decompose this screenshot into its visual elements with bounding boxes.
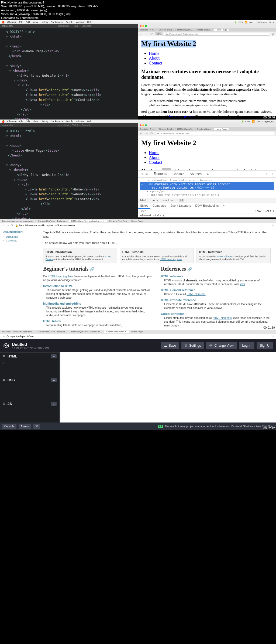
browser-tabs: Brackets - A m... Chrome DevT... HTML: H… bbox=[138, 28, 276, 32]
nav-contact-link[interactable]: Contact bbox=[149, 61, 162, 65]
chevron-down-icon[interactable]: ⌄ bbox=[51, 402, 57, 406]
section-h2: Maximas vero virtutes iacere omnis neces… bbox=[141, 69, 273, 80]
devtools-panel: ⬚ ▭ | Elements Console Sources » ⋮ ✕ <!-… bbox=[138, 170, 276, 217]
change-view-button[interactable]: 👁Change View bbox=[206, 342, 237, 349]
lock-icon: 🔒 bbox=[15, 224, 18, 227]
frame-4-codepen: Brackets - A modern, open sou... Chrome … bbox=[0, 330, 276, 430]
back-icon[interactable]: ← bbox=[2, 335, 6, 338]
nav-about-link[interactable]: About bbox=[149, 56, 160, 60]
forward-icon[interactable]: → bbox=[6, 224, 10, 227]
timestamp: 00:00:46 bbox=[263, 116, 275, 119]
anchor-icon[interactable]: 🔗 bbox=[187, 267, 192, 271]
gear-icon[interactable]: ⚙ bbox=[3, 355, 5, 358]
js-editor[interactable] bbox=[0, 407, 59, 422]
url-input[interactable]: file:///Users/mac/HTML/index.html bbox=[164, 33, 270, 36]
forward-icon[interactable]: → bbox=[144, 32, 149, 36]
panel-js-header[interactable]: ⚙JS⌄ bbox=[0, 400, 59, 407]
inspect-icon[interactable]: ⬚ bbox=[139, 172, 144, 176]
card-intro: HTML Introduction If you're new to Web d… bbox=[43, 248, 117, 263]
url-input[interactable] bbox=[19, 224, 272, 227]
browser-content: My first Website 2 Home About Contact Ma… bbox=[138, 36, 276, 116]
frame-1: 🍎 Chrome File Edit View History Bookmark… bbox=[0, 20, 276, 120]
star-icon[interactable]: ☆ bbox=[272, 335, 274, 338]
close-tab-icon[interactable]: ✕ bbox=[103, 220, 105, 222]
anchor-icon[interactable]: 🔗 bbox=[90, 267, 94, 271]
tab-console[interactable]: Console bbox=[170, 171, 187, 177]
panel-css-header[interactable]: ⚙CSS⌄ bbox=[0, 376, 59, 384]
device-icon[interactable]: ▭ bbox=[144, 172, 149, 176]
page-h1: My first Website 2 bbox=[141, 40, 273, 48]
gear-icon: ⚙ bbox=[185, 344, 188, 347]
back-icon[interactable]: ← bbox=[139, 32, 143, 36]
ad-text[interactable]: The revolutionary project management too… bbox=[165, 425, 274, 428]
assets-button[interactable]: Assets bbox=[19, 424, 31, 429]
chevron-down-icon[interactable]: ⌄ bbox=[51, 378, 57, 382]
sidebar-item[interactable]: Contribute bbox=[3, 239, 43, 243]
kebab-icon[interactable]: ⋮ bbox=[264, 172, 270, 176]
elements-tree[interactable]: <!--Content Area add content here--> ⋯ <… bbox=[138, 178, 276, 198]
sidebar-item[interactable]: Useful lists bbox=[3, 235, 43, 239]
codepen-editors: ⚙HTML⌄ + ⚙CSS⌄ ⚙JS⌄ bbox=[0, 352, 59, 422]
reload-icon[interactable]: ⟳ bbox=[6, 335, 10, 338]
codepen-footer: Console Assets ⌘ Ad The revolutionary pr… bbox=[0, 422, 276, 430]
gear-icon[interactable]: ⚙ bbox=[3, 378, 5, 382]
cloud-icon: ☁ bbox=[164, 344, 167, 347]
codepen-preview bbox=[59, 352, 276, 422]
breadcrumb[interactable]: html body section h1 bbox=[138, 198, 276, 203]
frame-3-mdn: Brackets - A modern, open sou... Chrome … bbox=[0, 219, 276, 329]
chevron-down-icon[interactable]: ⌄ bbox=[51, 354, 57, 358]
reload-icon[interactable]: ⟳ bbox=[10, 224, 14, 227]
shortcuts-button[interactable]: ⌘ bbox=[33, 424, 40, 429]
browser-toolbar: ← → ⟳ ⓘ File file:///Users/mac/HTML/inde… bbox=[138, 32, 276, 36]
eye-icon: 👁 bbox=[209, 344, 213, 347]
url-input[interactable]: file:///Users/mac/HTML/index.html bbox=[155, 132, 275, 135]
card-tutorials: HTML Tutorials For articles about how to… bbox=[120, 248, 194, 263]
signup-button[interactable]: Sign U bbox=[257, 342, 273, 349]
star-icon[interactable]: ☆ bbox=[271, 32, 275, 37]
pen-author: A PEN BY CAPTAIN ANONYMOUS bbox=[12, 347, 50, 349]
url-input[interactable] bbox=[10, 335, 272, 338]
save-button[interactable]: ☁Save bbox=[161, 342, 179, 349]
code-editor-2[interactable]: <!DOCTYPE html> ▼ <html> ▼ <head> <title… bbox=[0, 127, 138, 219]
mac-menubar: 🍎 Chrome File Edit View History Bookmark… bbox=[0, 20, 276, 24]
login-button[interactable]: Log In bbox=[239, 342, 254, 349]
star-icon[interactable]: ☆ bbox=[272, 224, 274, 227]
back-icon[interactable]: ← bbox=[139, 131, 143, 135]
settings-button[interactable]: ⚙Settings bbox=[181, 342, 204, 349]
panel-html-header[interactable]: ⚙HTML⌄ bbox=[0, 352, 59, 360]
mdn-main: Tags in HTML are case insensitive. That … bbox=[43, 230, 271, 327]
reload-icon[interactable]: ⟳ bbox=[150, 131, 154, 135]
nav-home-link[interactable]: Home bbox=[149, 51, 159, 56]
more-tabs-icon[interactable]: » bbox=[204, 171, 212, 177]
editor-tab-bar: index.html index.html (HTML) — Brackets bbox=[0, 24, 138, 28]
card-reference: HTML Reference In our extensive HTML ref… bbox=[196, 248, 271, 263]
codepen-header: Untitled A PEN BY CAPTAIN ANONYMOUS ☁Sav… bbox=[0, 339, 276, 352]
add-rule-icon[interactable]: + bbox=[273, 210, 274, 213]
tab-elements[interactable]: Elements bbox=[151, 171, 170, 177]
file-info-header: File: How to use this course.mp4 Size: 1… bbox=[0, 0, 276, 20]
gear-icon[interactable]: ⚙ bbox=[3, 402, 5, 406]
styles-filter-input[interactable] bbox=[140, 210, 253, 213]
forward-icon[interactable]: → bbox=[144, 131, 149, 135]
console-button[interactable]: Console bbox=[2, 424, 16, 429]
close-icon[interactable]: ✕ bbox=[270, 172, 275, 176]
pen-title[interactable]: Untitled bbox=[12, 342, 50, 347]
html-editor[interactable]: + bbox=[0, 360, 59, 376]
css-editor[interactable] bbox=[0, 384, 59, 400]
code-editor[interactable]: <!DOCTYPE html> ▼ <html> ▼ <head> <title… bbox=[0, 28, 138, 120]
back-icon[interactable]: ← bbox=[2, 224, 6, 227]
codepen-logo-icon bbox=[3, 343, 9, 349]
editor-tab[interactable]: index.html bbox=[2, 25, 13, 27]
reload-icon[interactable]: ⟳ bbox=[150, 32, 154, 36]
frame-2: 🍎Chrome FileEditView HistoryBookmarksPeo… bbox=[0, 120, 276, 219]
close-tab-icon[interactable]: ✕ bbox=[125, 330, 127, 333]
mdn-sidebar: Documentation: Useful lists Contribute bbox=[3, 230, 43, 327]
chrome-tabs: Brackets - A modern, open sou... Chrome … bbox=[0, 219, 276, 223]
tab-sources[interactable]: Sources bbox=[187, 171, 204, 177]
ad-badge: Ad bbox=[158, 425, 163, 428]
